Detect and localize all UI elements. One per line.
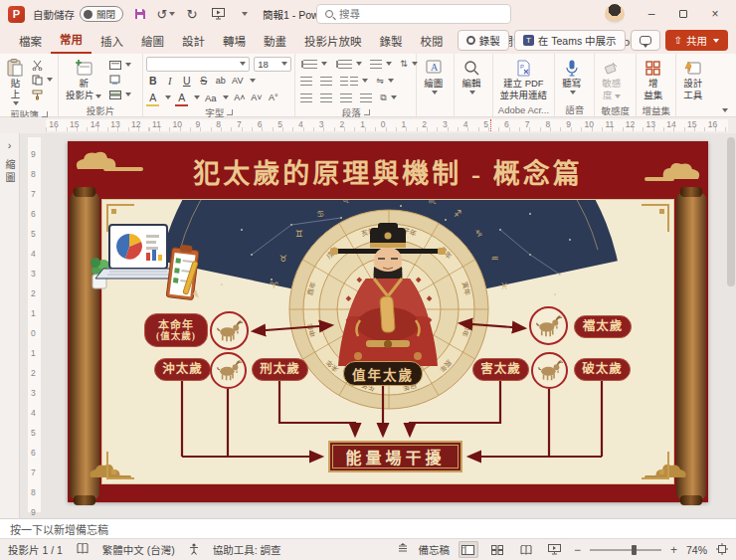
list-level-button[interactable]: [368, 57, 394, 71]
section-button[interactable]: [107, 88, 133, 101]
italic-button[interactable]: I: [163, 74, 176, 88]
maximize-button[interactable]: [668, 2, 698, 26]
zodiac-animal-badge[interactable]: [529, 306, 568, 345]
vertical-ruler[interactable]: 9876543210123456789: [28, 137, 41, 512]
tab-record[interactable]: 錄製: [371, 30, 412, 54]
numbering-button[interactable]: [333, 57, 364, 71]
minimize-button[interactable]: –: [637, 2, 666, 26]
thumbnail-pane-collapsed[interactable]: › 縮圖: [0, 133, 20, 518]
shape-energy-disturbance[interactable]: 能量場干擾: [328, 441, 462, 472]
paragraph-dialog-launcher[interactable]: [364, 109, 370, 115]
expand-thumbnails-icon[interactable]: ›: [8, 139, 12, 151]
copy-button[interactable]: [30, 73, 55, 87]
tab-review[interactable]: 校閱: [412, 30, 453, 54]
vertical-scrollbar[interactable]: [727, 137, 735, 286]
cut-button[interactable]: [30, 58, 55, 72]
convert-smartart-button[interactable]: ⧉: [378, 91, 398, 104]
tab-animations[interactable]: 動畫: [255, 30, 295, 54]
zoom-in-button[interactable]: +: [670, 543, 677, 557]
search-input[interactable]: [339, 8, 478, 20]
addins-button[interactable]: 增 益集: [640, 56, 666, 103]
clipboard-dialog-launcher[interactable]: [42, 111, 48, 117]
shape-chong-taisui[interactable]: 沖太歲: [154, 358, 211, 381]
autosave-toggle[interactable]: 關閉: [80, 6, 123, 22]
bullets-button[interactable]: [298, 57, 329, 71]
align-left-button[interactable]: [298, 91, 314, 104]
editing-button[interactable]: 編輯: [458, 56, 484, 96]
create-pdf-button[interactable]: P 建立 PDF 並共用連結: [496, 56, 552, 103]
zoom-slider-thumb[interactable]: [632, 545, 637, 555]
notes-pane[interactable]: 按一下以新增備忘稿: [0, 518, 736, 538]
align-center-button[interactable]: [318, 91, 334, 104]
zoom-slider[interactable]: [590, 549, 661, 551]
highlight-color-button[interactable]: A: [146, 91, 159, 104]
slideshow-view-button[interactable]: [545, 541, 565, 558]
font-dialog-launcher[interactable]: [227, 109, 233, 115]
change-case-button[interactable]: Aa: [204, 91, 217, 104]
tab-insert[interactable]: 插入: [92, 30, 132, 54]
save-icon[interactable]: [131, 5, 149, 23]
tab-home[interactable]: 常用: [51, 28, 92, 54]
spellcheck-icon[interactable]: [77, 543, 89, 556]
zodiac-animal-badge[interactable]: [210, 352, 247, 389]
autosave-control[interactable]: 自動儲存 關閉: [33, 6, 123, 22]
layout-button[interactable]: [107, 58, 133, 72]
increase-indent-button[interactable]: [318, 74, 334, 88]
accessibility-status[interactable]: 協助工具: 調查: [213, 542, 281, 557]
bold-button[interactable]: B: [146, 74, 159, 88]
tab-design[interactable]: 設計: [173, 30, 214, 54]
language-indicator[interactable]: 繁體中文 (台灣): [102, 542, 175, 557]
format-painter-button[interactable]: [30, 88, 55, 101]
zodiac-animal-badge[interactable]: [210, 311, 249, 350]
zodiac-animal-badge[interactable]: [531, 352, 568, 389]
shrink-font-button[interactable]: A˅: [250, 91, 263, 104]
horizontal-ruler[interactable]: 1615141312111098765432101234567891011121…: [0, 117, 736, 133]
close-button[interactable]: ×: [700, 2, 730, 26]
undo-icon[interactable]: ↺: [157, 5, 175, 23]
reading-view-button[interactable]: [516, 541, 536, 558]
comments-button[interactable]: [631, 30, 660, 51]
tab-slideshow[interactable]: 投影片放映: [295, 30, 371, 54]
new-slide-button[interactable]: 新 投影片: [62, 56, 106, 103]
zoom-level[interactable]: 74%: [686, 544, 707, 556]
start-slideshow-icon[interactable]: [209, 5, 227, 23]
underline-button[interactable]: U: [180, 74, 193, 88]
notes-toggle-label[interactable]: 備忘稿: [418, 542, 450, 557]
text-shadow-button[interactable]: ab: [214, 74, 227, 88]
grow-font-button[interactable]: A˄: [233, 91, 246, 104]
align-right-button[interactable]: [338, 91, 354, 104]
search-box[interactable]: [316, 4, 511, 24]
strikethrough-button[interactable]: S: [197, 74, 210, 88]
fit-slide-button[interactable]: [716, 543, 728, 557]
share-button[interactable]: ⇧ 共用: [665, 30, 728, 51]
tab-transitions[interactable]: 轉場: [214, 30, 255, 54]
shape-xing-taisui[interactable]: 刑太歲: [252, 358, 308, 381]
user-avatar[interactable]: [605, 4, 625, 24]
decrease-indent-button[interactable]: [298, 74, 314, 88]
font-name-combo[interactable]: [146, 57, 250, 72]
text-direction-button[interactable]: ⇋: [374, 74, 396, 88]
drawing-button[interactable]: A 繪圖: [420, 56, 447, 96]
slide-title[interactable]: 犯太歲的原理與機制 - 概念篇: [68, 152, 708, 191]
collapse-ribbon-icon[interactable]: [722, 108, 728, 112]
shape-dang-taisui[interactable]: 襠太歲: [574, 315, 632, 338]
zoom-out-button[interactable]: −: [574, 543, 581, 557]
designer-button[interactable]: 設計 工具: [679, 56, 706, 103]
character-spacing-button[interactable]: AV: [231, 74, 244, 88]
slide-canvas[interactable]: 犯太歲的原理與機制 - 概念篇 ♈♉: [68, 141, 708, 502]
shape-hai-taisui[interactable]: 害太歲: [472, 358, 529, 381]
font-color-button[interactable]: A: [175, 91, 188, 104]
paste-button[interactable]: 貼上: [3, 56, 28, 107]
shape-po-taisui[interactable]: 破太歲: [574, 358, 631, 381]
dictate-button[interactable]: 聽寫: [558, 56, 585, 96]
tab-file[interactable]: 檔案: [10, 30, 51, 54]
normal-view-button[interactable]: [459, 541, 478, 558]
columns-button[interactable]: [338, 74, 370, 88]
notes-toggle-icon[interactable]: [397, 543, 409, 556]
quick-access-overflow-icon[interactable]: [235, 5, 253, 23]
reset-button[interactable]: [107, 73, 133, 87]
record-button[interactable]: 錄製: [458, 30, 509, 51]
justify-button[interactable]: [358, 91, 374, 104]
font-size-combo[interactable]: 18: [254, 57, 291, 72]
accessibility-icon[interactable]: [189, 543, 199, 557]
